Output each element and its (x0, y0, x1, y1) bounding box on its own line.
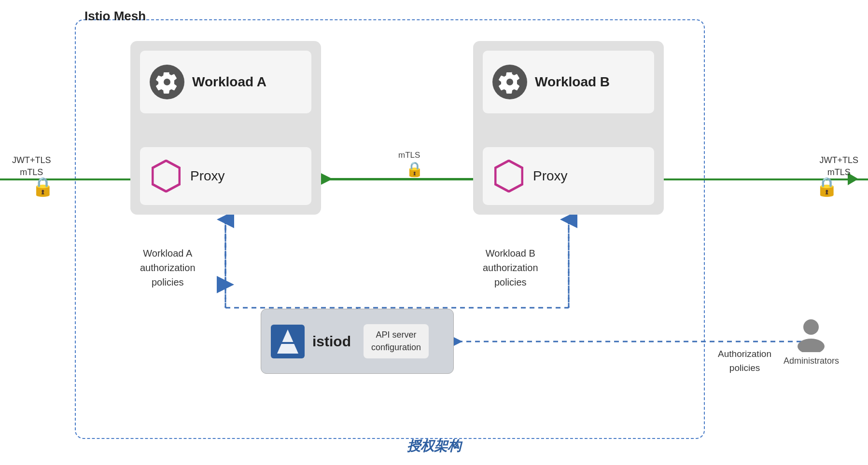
proxy-b-label: Proxy (533, 168, 568, 184)
hexagon-icon-b (492, 160, 525, 192)
svg-marker-18 (277, 329, 298, 354)
admin-figure: Administrators (784, 318, 839, 366)
istio-mesh-label: Istio Mesh (84, 9, 146, 24)
admin-label: Administrators (784, 356, 839, 366)
api-server-card: API server configuration (364, 324, 429, 358)
workload-a-inner-card: Workload A (140, 51, 311, 113)
proxy-b-inner-card: Proxy (483, 147, 654, 205)
workload-b-inner-card: Workload B (483, 51, 654, 113)
diagram-container: Istio Mesh (0, 0, 868, 465)
bottom-caption: 授权架构 (407, 437, 461, 455)
mtls-center-label: mTLS (398, 150, 420, 160)
svg-point-21 (798, 339, 825, 352)
gear-icon-b (492, 65, 527, 99)
auth-policy-b-label: Workload B authorization policies (483, 246, 538, 289)
hexagon-icon-a (150, 160, 182, 192)
auth-admin-label: Authorization policies (718, 347, 771, 375)
svg-marker-16 (153, 161, 180, 191)
lock-icon-right: 🔒 (815, 176, 838, 197)
workload-a-box: Workload A Proxy (130, 41, 321, 215)
lock-icon-left: 🔒 (31, 176, 54, 197)
svg-point-20 (803, 319, 819, 335)
workload-a-label: Workload A (192, 74, 266, 90)
mtls-lock-icon: 🔒 (406, 161, 423, 178)
auth-policy-a-label: Workload A authorization policies (140, 246, 196, 289)
svg-rect-19 (281, 342, 294, 344)
gear-icon-a (150, 65, 184, 99)
istiod-label: istiod (312, 333, 351, 350)
istio-logo (271, 325, 305, 358)
jwt-label-left: JWT+TLS mTLS (12, 154, 51, 178)
svg-marker-17 (495, 161, 522, 191)
istiod-box: istiod API server configuration (261, 309, 454, 374)
workload-b-label: Workload B (535, 74, 610, 90)
proxy-a-inner-card: Proxy (140, 147, 311, 205)
workload-b-box: Workload B Proxy (473, 41, 664, 215)
jwt-label-right: JWT+TLS mTLS (819, 154, 858, 178)
proxy-a-label: Proxy (190, 168, 225, 184)
